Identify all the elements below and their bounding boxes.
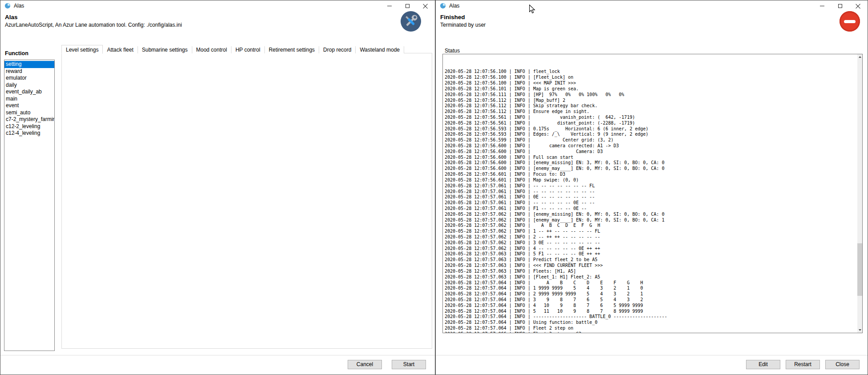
tab[interactable]: HP control: [231, 46, 265, 53]
divider: [0, 355, 435, 355]
log-line: 2020-05-28 12:07:57.063 | INFO | Predict…: [445, 257, 667, 263]
log-line: 2020-05-28 12:07:57.061 | INFO | -- -- -…: [445, 189, 667, 195]
sidebar-item[interactable]: setting: [4, 61, 54, 68]
log-line: 2020-05-28 12:07:56.600 | INFO | [enemy_…: [445, 160, 667, 166]
log-line: 2020-05-28 12:07:56.600 | INFO | camera …: [445, 143, 667, 149]
log-line: 2020-05-28 12:07:56.101 | INFO | Map is …: [445, 86, 667, 92]
log-line: 2020-05-28 12:07:57.061 | INFO | -- -- -…: [445, 200, 667, 206]
log-line: 2020-05-28 12:07:57.063 | INFO | [Fleet_…: [445, 274, 667, 280]
close-run-button[interactable]: Close: [825, 360, 860, 369]
maximize-icon: [406, 4, 410, 8]
tab[interactable]: Drop record: [319, 46, 356, 53]
close-icon: [423, 4, 428, 8]
log-line: 2020-05-28 12:07:56.100 | INFO | [Fleet_…: [445, 75, 667, 81]
status-label: Status: [445, 48, 460, 54]
log-line: 2020-05-28 12:07:56.593 | INFO | 0.175s …: [445, 126, 667, 132]
log-line: 2020-05-28 12:07:57.062 | INFO | 1 -- ++…: [445, 229, 667, 234]
start-button[interactable]: Start: [392, 360, 426, 369]
sidebar-item[interactable]: c12-2_leveling: [4, 123, 54, 130]
log-line: 2020-05-28 12:07:56.100 | INFO | fleet_l…: [445, 69, 667, 75]
scroll-up-button[interactable]: [857, 54, 862, 60]
close-button[interactable]: [416, 0, 434, 11]
triangle-up-icon: [859, 56, 861, 58]
log-line: 2020-05-28 12:07:57.062 | INFO | 2 -- ++…: [445, 234, 667, 240]
close-button[interactable]: [849, 0, 867, 11]
log-line: 2020-05-28 12:07:56.112 | INFO | [Map_bu…: [445, 98, 667, 104]
scroll-down-button[interactable]: [857, 327, 862, 333]
tools-badge-icon: [401, 11, 421, 32]
log-line: 2020-05-28 12:07:56.600 | INFO | Camera:…: [445, 149, 667, 155]
log-line: 2020-05-28 12:07:56.593 | INFO | Edges: …: [445, 132, 667, 137]
alas-app-icon: [4, 3, 11, 9]
log-line: 2020-05-28 12:07:56.600 | INFO | Full sc…: [445, 155, 667, 161]
close-icon: [856, 4, 860, 8]
log-line: 2020-05-28 12:07:57.064 | INFO | Fleet 2…: [445, 326, 667, 331]
tab[interactable]: Level settings: [61, 45, 103, 54]
log-line: 2020-05-28 12:07:57.061 | INFO | -- -- -…: [445, 183, 667, 189]
log-scrollbar[interactable]: [857, 54, 862, 333]
sidebar-item[interactable]: emulator: [4, 75, 54, 82]
minimize-icon: [387, 6, 392, 6]
window-title: Alas: [449, 3, 459, 9]
log-line: 2020-05-28 12:07:57.062 | INFO | [enemy_…: [445, 218, 667, 223]
log-viewport[interactable]: 2020-05-28 12:07:56.100 | INFO | fleet_l…: [442, 54, 863, 333]
log-line: 2020-05-28 12:07:57.061 | INFO | 0E -- -…: [445, 194, 667, 200]
minimize-button[interactable]: [813, 0, 831, 11]
log-line: 2020-05-28 12:07:56.112 | INFO | Ensure …: [445, 109, 667, 115]
tab[interactable]: Wasteland mode: [356, 46, 404, 53]
run-status-subtitle: Terminated by user: [440, 22, 486, 28]
cancel-button[interactable]: Cancel: [348, 360, 382, 369]
sidebar-item[interactable]: c12-4_leveling: [4, 130, 54, 137]
sidebar-item[interactable]: reward: [4, 68, 54, 75]
tab[interactable]: Mood control: [192, 46, 231, 53]
log-line: 2020-05-28 12:07:57.064 | INFO | 5 11 10…: [445, 309, 667, 315]
log-line: 2020-05-28 12:07:57.062 | INFO | 4 -- --…: [445, 246, 667, 252]
minimize-button[interactable]: [381, 0, 398, 11]
log-line: 2020-05-28 12:07:57.064 | INFO | -------…: [445, 314, 667, 320]
sidebar-item[interactable]: daily: [4, 82, 54, 89]
log-line: 2020-05-28 12:07:56.601 | INFO | Map swi…: [445, 177, 667, 183]
log-line: 2020-05-28 12:07:57.062 | INFO | [enemy_…: [445, 212, 667, 218]
titlebar: Alas: [0, 0, 435, 11]
maximize-icon: [838, 4, 842, 8]
sidebar-item[interactable]: c7-2_mystery_farming: [4, 116, 54, 123]
log-line: 2020-05-28 12:07:56.100 | INFO | <<< MAP…: [445, 81, 667, 86]
sidebar-item[interactable]: event_daily_ab: [4, 89, 54, 96]
minimize-icon: [820, 6, 824, 6]
tab[interactable]: Attack fleet: [103, 46, 138, 53]
page-subtitle: AzurLaneAutoScript, An Azur Lane automat…: [5, 22, 182, 28]
function-listbox[interactable]: settingrewardemulatordailyevent_daily_ab…: [4, 60, 55, 351]
log-line: 2020-05-28 12:07:57.064 | INFO | Using f…: [445, 320, 667, 326]
sidebar-item[interactable]: main: [4, 96, 54, 103]
log-line: 2020-05-28 12:07:57.064 | INFO | A B C D…: [445, 280, 667, 286]
tab[interactable]: Submarine settings: [138, 46, 192, 53]
log-line: 2020-05-28 12:07:56.599 | INFO | Center …: [445, 137, 667, 143]
edit-button[interactable]: Edit: [746, 360, 780, 369]
log-lines: 2020-05-28 12:07:56.100 | INFO | fleet_l…: [445, 54, 667, 333]
sidebar-item[interactable]: semi_auto: [4, 109, 54, 117]
function-label: Function: [5, 50, 28, 56]
log-line: 2020-05-28 12:07:57.066 | INFO | Fleet_2…: [445, 331, 667, 333]
log-line: 2020-05-28 12:07:57.063 | INFO | <<< FIN…: [445, 263, 667, 269]
log-line: 2020-05-28 12:07:56.111 | INFO | [HP] 97…: [445, 92, 667, 98]
divider: [436, 355, 868, 355]
log-line: 2020-05-28 12:07:57.062 | INFO | A B C D…: [445, 223, 667, 229]
log-line: 2020-05-28 12:07:57.064 | INFO | 1 9999 …: [445, 286, 667, 291]
tab[interactable]: Retirement settings: [265, 46, 319, 53]
log-line: 2020-05-28 12:07:56.561 | INFO | vanish_…: [445, 115, 667, 121]
log-line: 2020-05-28 12:07:57.061 | INFO | F1 -- -…: [445, 206, 667, 212]
log-line: 2020-05-28 12:07:57.062 | INFO | 3 0E --…: [445, 240, 667, 246]
maximize-button[interactable]: [831, 0, 849, 11]
maximize-button[interactable]: [398, 0, 416, 11]
log-line: 2020-05-28 12:07:57.063 | INFO | 5 F1 --…: [445, 251, 667, 257]
no-entry-icon: [840, 11, 860, 32]
log-line: 2020-05-28 12:07:56.600 | INFO | [enemy_…: [445, 166, 667, 172]
restart-button[interactable]: Restart: [786, 360, 820, 369]
sidebar-item[interactable]: event: [4, 102, 54, 109]
titlebar: Alas: [436, 0, 868, 11]
tab-content-panel: [61, 53, 432, 349]
log-line: 2020-05-28 12:07:56.561 | INFO | distant…: [445, 121, 667, 126]
log-line: 2020-05-28 12:07:57.064 | INFO | 2 9999 …: [445, 291, 667, 297]
tabbar: Level settingsAttack fleetSubmarine sett…: [61, 45, 404, 53]
scroll-thumb[interactable]: [857, 243, 862, 296]
